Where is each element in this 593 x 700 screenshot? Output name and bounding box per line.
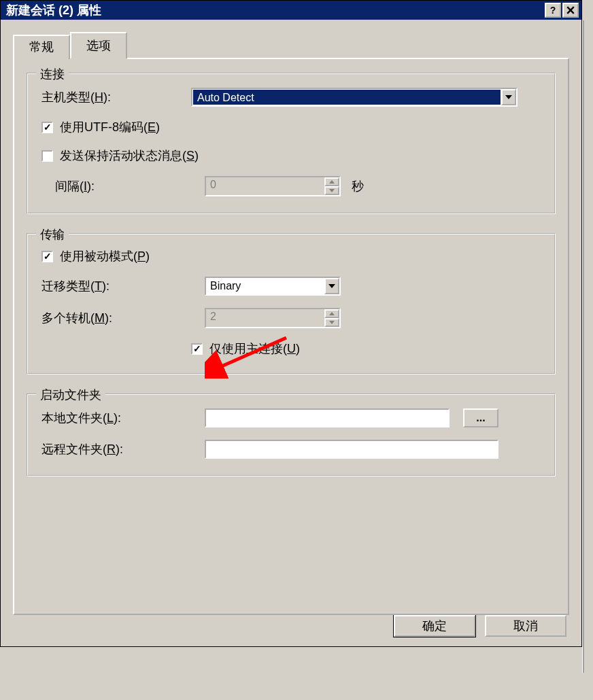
- spinner-down-icon[interactable]: [324, 186, 339, 195]
- spinner-up-icon[interactable]: [324, 309, 339, 318]
- utf8-checkbox[interactable]: [41, 122, 53, 133]
- primary-label: 仅使用主连接(U): [209, 340, 300, 357]
- chevron-down-icon[interactable]: [501, 89, 516, 105]
- tab-general[interactable]: 常规: [13, 35, 70, 59]
- window-title: 新建会话 (2) 属性: [3, 2, 101, 18]
- spinner-down-icon[interactable]: [324, 318, 339, 327]
- interval-unit: 秒: [352, 178, 364, 194]
- svg-marker-3: [329, 180, 335, 183]
- chevron-down-icon[interactable]: [324, 278, 339, 294]
- host-type-value: Auto Detect: [193, 90, 501, 105]
- group-transfer: 传输 使用被动模式(P) 迁移类型(T): Binary: [27, 233, 556, 374]
- multi-label: 多个转机(M):: [41, 310, 191, 326]
- help-button[interactable]: ?: [545, 3, 561, 18]
- utf8-label: 使用UTF-8编码(E): [60, 119, 160, 135]
- primary-checkbox[interactable]: [191, 343, 203, 355]
- tab-strip: 常规 选项: [13, 32, 569, 59]
- interval-value: 0: [206, 177, 324, 195]
- dialog-window: 新建会话 (2) 属性 ? 常规 选项 连接 主机类型(H): Aut: [0, 0, 582, 647]
- transfer-type-value: Binary: [206, 278, 324, 294]
- svg-marker-5: [328, 284, 335, 288]
- keepalive-label: 发送保持活动状态消息(S): [60, 147, 199, 164]
- keepalive-checkbox[interactable]: [41, 150, 53, 162]
- interval-spinner: 0: [205, 176, 341, 196]
- spinner-up-icon[interactable]: [324, 177, 339, 186]
- multi-value: 2: [206, 309, 324, 327]
- group-connect-legend: 连接: [36, 66, 69, 82]
- host-type-combo[interactable]: Auto Detect: [191, 88, 518, 107]
- local-folder-input[interactable]: [205, 408, 450, 427]
- tab-panel-options: 连接 主机类型(H): Auto Detect 使用UT: [13, 58, 569, 615]
- titlebar: 新建会话 (2) 属性 ?: [1, 1, 581, 20]
- transfer-type-combo[interactable]: Binary: [205, 277, 341, 296]
- svg-marker-6: [329, 312, 335, 315]
- ok-button[interactable]: 确定: [394, 615, 475, 637]
- svg-marker-2: [505, 95, 512, 99]
- local-folder-label: 本地文件夹(L):: [41, 410, 191, 426]
- dialog-buttons: 确定 取消: [13, 615, 569, 637]
- remote-folder-label: 远程文件夹(R):: [41, 441, 191, 457]
- interval-label: 间隔(I):: [41, 178, 191, 194]
- client-area: 常规 选项 连接 主机类型(H): Auto Detect: [1, 20, 581, 646]
- passive-label: 使用被动模式(P): [60, 248, 150, 264]
- remote-folder-input[interactable]: [205, 440, 498, 459]
- svg-marker-7: [329, 321, 335, 324]
- host-type-label: 主机类型(H):: [41, 89, 191, 105]
- group-transfer-legend: 传输: [36, 226, 69, 243]
- group-startup: 启动文件夹 本地文件夹(L): ... 远程文件夹(R):: [27, 393, 556, 476]
- cancel-button[interactable]: 取消: [485, 615, 566, 637]
- background-window-strip: [582, 20, 593, 673]
- svg-marker-4: [329, 189, 335, 192]
- group-startup-legend: 启动文件夹: [36, 387, 105, 403]
- group-connect: 连接 主机类型(H): Auto Detect 使用UT: [27, 73, 556, 214]
- passive-checkbox[interactable]: [41, 251, 53, 262]
- browse-button[interactable]: ...: [463, 408, 498, 427]
- transfer-type-label: 迁移类型(T):: [41, 278, 191, 294]
- tab-options[interactable]: 选项: [70, 32, 127, 59]
- multi-spinner: 2: [205, 308, 341, 328]
- close-button[interactable]: [562, 3, 579, 18]
- titlebar-buttons: ?: [545, 3, 579, 18]
